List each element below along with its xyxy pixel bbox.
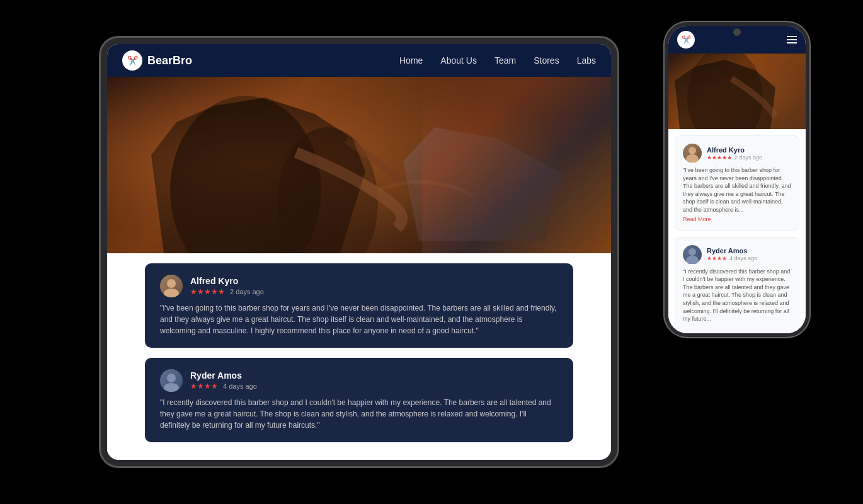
avatar-2-svg [160, 369, 183, 392]
phone-review-2-text: "I recently discovered this barber shop … [683, 268, 791, 323]
review-1-meta: Alfred Kyro ★★★★★ 2 days ago [190, 276, 558, 296]
phone-logo-icon: ✂️ [677, 31, 695, 49]
hamburger-menu[interactable] [787, 36, 797, 43]
phone-review-1-text-container: "I've been going to this barber shop for… [683, 166, 791, 214]
scene: ✂️ BearBro Home About Us Team Stores Lab… [0, 0, 863, 504]
svg-point-12 [686, 256, 699, 264]
review-1-text: "I've been going to this barber shop for… [160, 302, 558, 336]
nav-about[interactable]: About Us [440, 55, 477, 66]
phone-review-1-avatar [683, 144, 702, 163]
tablet-hero-image [107, 77, 611, 253]
hamburger-line-1 [787, 36, 797, 37]
hamburger-line-2 [787, 39, 797, 40]
read-more-1[interactable]: Read More [683, 216, 791, 222]
phone-screen: ✂️ [668, 26, 806, 333]
phone-review-1-text: "I've been going to this barber shop for… [683, 166, 791, 214]
hamburger-line-3 [787, 42, 797, 43]
svg-point-4 [164, 289, 179, 297]
review-2-text: "I recently discovered this barber shop … [160, 397, 558, 431]
tablet-review-card-2: Ryder Amos ★★★★ 4 days ago "I recently d… [145, 358, 573, 442]
svg-point-11 [689, 248, 696, 256]
svg-point-10 [686, 154, 699, 163]
phone-review-card-1: Alfred Kyro ★★★★★ 2 days ago "I've been … [675, 135, 799, 231]
review-1-stars: ★★★★★ [190, 287, 225, 296]
tablet-nav-links: Home About Us Team Stores Labs [399, 55, 596, 66]
review-2-avatar [160, 369, 183, 392]
tablet-device: ✂️ BearBro Home About Us Team Stores Lab… [101, 38, 617, 466]
phone-review-1-header: Alfred Kyro ★★★★★ 2 days ago [683, 144, 791, 163]
avatar-1-svg [160, 275, 183, 297]
nav-labs[interactable]: Labs [577, 55, 596, 66]
phone-review-2-stars-time: ★★★★ 4 days ago [707, 255, 757, 261]
phone-device: ✂️ [665, 22, 809, 337]
review-1-header: Alfred Kyro ★★★★★ 2 days ago [160, 275, 558, 297]
svg-point-3 [167, 279, 176, 288]
review-2-header: Ryder Amos ★★★★ 4 days ago [160, 369, 558, 392]
tablet-review-card-1: Alfred Kyro ★★★★★ 2 days ago "I've been … [145, 263, 573, 348]
svg-point-9 [689, 147, 696, 154]
phone-review-2-stars: ★★★★ [707, 255, 727, 261]
phone-reviews-section: Alfred Kyro ★★★★★ 2 days ago "I've been … [668, 129, 806, 333]
review-1-avatar [160, 275, 183, 297]
brand-name: BearBro [147, 54, 192, 67]
phone-review-2-avatar [683, 245, 702, 264]
phone-review-2-header: Ryder Amos ★★★★ 4 days ago [683, 245, 791, 264]
phone-review-1-time: 2 days ago [734, 154, 762, 161]
review-1-name: Alfred Kyro [190, 276, 558, 286]
review-2-stars: ★★★★ [190, 382, 218, 391]
phone-review-2-time: 4 days ago [729, 255, 757, 261]
phone-review-1-name: Alfred Kyro [707, 146, 762, 154]
tablet-navbar: ✂️ BearBro Home About Us Team Stores Lab… [107, 44, 611, 77]
svg-point-5 [167, 374, 176, 382]
review-1-time: 2 days ago [230, 288, 264, 295]
nav-stores[interactable]: Stores [534, 55, 559, 66]
phone-avatar-1-svg [683, 144, 702, 163]
phone-review-2-name: Ryder Amos [707, 247, 757, 255]
phone-hero-svg [668, 54, 806, 129]
phone-avatar-2-svg [683, 245, 702, 264]
phone-review-2-text-container: "I recently discovered this barber shop … [683, 268, 791, 323]
review-2-meta: Ryder Amos ★★★★ 4 days ago [190, 370, 558, 391]
phone-notch [733, 28, 741, 36]
svg-point-6 [164, 383, 179, 392]
phone-review-1-meta: Alfred Kyro ★★★★★ 2 days ago [707, 146, 762, 161]
tablet-screen: ✂️ BearBro Home About Us Team Stores Lab… [107, 44, 611, 460]
review-2-stars-time: ★★★★ 4 days ago [190, 382, 558, 391]
phone-hero-image [668, 54, 806, 129]
nav-home[interactable]: Home [399, 55, 423, 66]
phone-review-1-stars-time: ★★★★★ 2 days ago [707, 154, 762, 161]
review-2-time: 4 days ago [223, 382, 257, 390]
tablet-reviews-section: Alfred Kyro ★★★★★ 2 days ago "I've been … [107, 253, 611, 452]
nav-team[interactable]: Team [494, 55, 516, 66]
phone-review-2-meta: Ryder Amos ★★★★ 4 days ago [707, 247, 757, 261]
logo-icon: ✂️ [122, 50, 142, 71]
phone-review-card-2: Ryder Amos ★★★★ 4 days ago "I recently d… [675, 237, 799, 331]
review-1-stars-time: ★★★★★ 2 days ago [190, 287, 558, 296]
hero-svg [107, 77, 611, 253]
review-2-name: Ryder Amos [190, 370, 558, 381]
tablet-logo[interactable]: ✂️ BearBro [122, 50, 389, 71]
phone-review-1-stars: ★★★★★ [707, 154, 732, 161]
